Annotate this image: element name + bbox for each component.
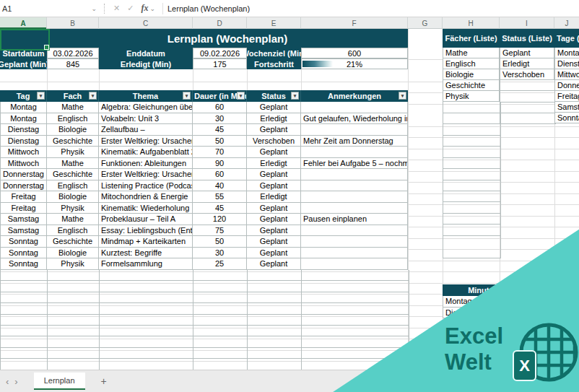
cell[interactable] xyxy=(301,258,408,270)
cell[interactable]: 120 xyxy=(193,214,247,225)
column-header-i[interactable]: I xyxy=(500,17,554,29)
list-item[interactable]: Dienstag xyxy=(554,58,579,69)
value-erledigt[interactable]: 175 xyxy=(193,58,247,69)
cell[interactable]: 45 xyxy=(193,124,247,136)
cell[interactable]: Pausen einplanen xyxy=(301,214,408,225)
cell[interactable]: Algebra: Gleichungen üben xyxy=(99,102,193,113)
filter-icon[interactable]: ▾ xyxy=(291,92,299,100)
cell[interactable]: Geplant xyxy=(247,169,301,180)
cell[interactable]: Erledigt xyxy=(247,191,301,203)
header-anmerkungen[interactable]: Anmerkungen▾ xyxy=(301,90,408,102)
list-item[interactable]: Verschoben xyxy=(500,69,554,80)
column-header-j[interactable]: J xyxy=(554,17,579,29)
list-item[interactable]: Sonntag xyxy=(554,113,579,123)
cell[interactable]: 45 xyxy=(193,203,247,214)
insert-function-icon[interactable]: fx xyxy=(137,3,149,14)
cell[interactable]: Erster Weltkrieg: Ursachen xyxy=(99,169,193,180)
cell[interactable]: Geplant xyxy=(247,147,301,158)
list-item[interactable]: Erledigt xyxy=(500,58,554,69)
cell[interactable]: Mathe xyxy=(47,214,99,225)
cell[interactable]: Dienstag xyxy=(0,124,47,136)
list-item[interactable]: Englisch xyxy=(443,58,500,69)
label-startdatum[interactable]: Startdatum xyxy=(0,48,47,58)
column-header-g[interactable]: G xyxy=(408,17,443,29)
cell[interactable]: Geschichte xyxy=(47,236,99,248)
cell[interactable]: Mitochondrien & Energie xyxy=(99,191,193,203)
column-header-f[interactable]: F xyxy=(301,17,408,29)
status-list-header[interactable]: Status (Liste) xyxy=(500,29,554,48)
cell[interactable]: Kurztest: Begriffe xyxy=(99,248,193,259)
column-header-a[interactable]: A xyxy=(0,17,47,29)
label-erledigt[interactable]: Erledigt (Min) xyxy=(99,58,193,69)
cell[interactable]: Mittwoch xyxy=(0,147,47,158)
cell[interactable]: 25 xyxy=(193,258,247,270)
fx-chevron-icon[interactable]: ⌄ xyxy=(149,5,158,12)
cell[interactable]: Physik xyxy=(47,147,99,158)
cell[interactable]: Mittwoch xyxy=(0,158,47,170)
cell[interactable]: Physik xyxy=(47,258,99,270)
cell[interactable]: Geplant xyxy=(247,248,301,259)
cell[interactable]: Fehler bei Aufgabe 5 – nochmal xyxy=(301,158,408,170)
cell[interactable]: Kinematik: Wiederholung xyxy=(99,203,193,214)
cell[interactable]: Montag xyxy=(0,102,47,113)
header-tag[interactable]: Tag▾ xyxy=(0,90,47,102)
cell[interactable]: Geschichte xyxy=(47,169,99,180)
cell[interactable]: Englisch xyxy=(47,180,99,192)
value-wochenziel[interactable]: 600 xyxy=(301,48,408,58)
empty-table-rows[interactable] xyxy=(0,270,409,370)
cell[interactable]: Freitag xyxy=(0,203,47,214)
list-item[interactable]: Samstag xyxy=(554,102,579,113)
header-fach[interactable]: Fach▾ xyxy=(47,90,99,102)
value-fortschritt[interactable]: 21% xyxy=(301,58,408,69)
cell[interactable] xyxy=(301,203,408,214)
filter-icon[interactable]: ▾ xyxy=(89,92,97,100)
cell[interactable]: Sonntag xyxy=(0,236,47,248)
cell[interactable]: Physik xyxy=(47,203,99,214)
formula-input[interactable]: Lernplan (Wochenplan) xyxy=(167,4,250,13)
column-header-c[interactable]: C xyxy=(99,17,193,29)
accept-icon[interactable]: ✓ xyxy=(123,4,137,13)
cell[interactable]: Probeklausur – Teil A xyxy=(99,214,193,225)
cell[interactable]: Listening Practice (Podcast) xyxy=(99,180,193,192)
cell[interactable]: Geplant xyxy=(247,124,301,136)
cell[interactable] xyxy=(301,147,408,158)
cell[interactable] xyxy=(301,191,408,203)
cell[interactable] xyxy=(301,180,408,192)
cell[interactable]: 30 xyxy=(193,113,247,125)
faecher-list-empty-cells[interactable] xyxy=(443,102,501,258)
cell[interactable]: Sonntag xyxy=(0,258,47,270)
add-sheet-icon[interactable]: + xyxy=(101,375,107,387)
cell[interactable]: Geplant xyxy=(247,225,301,237)
tage-list-header[interactable]: Tage (Liste) xyxy=(554,29,579,48)
cell[interactable]: Funktionen: Ableitungen xyxy=(99,158,193,170)
cell[interactable]: Geplant xyxy=(247,214,301,225)
cell[interactable]: 55 xyxy=(193,191,247,203)
cell[interactable]: Geplant xyxy=(247,203,301,214)
list-item[interactable]: Biologie xyxy=(443,69,500,80)
label-enddatum[interactable]: Enddatum xyxy=(99,48,193,58)
cell[interactable]: 30 xyxy=(193,248,247,259)
faecher-list-header[interactable]: Fächer (Liste) xyxy=(443,29,500,48)
cell[interactable]: Kinematik: Aufgabenblatt 2 xyxy=(99,147,193,158)
filter-icon[interactable]: ▾ xyxy=(399,92,406,100)
cancel-icon[interactable]: ✕ xyxy=(110,4,123,13)
header-dauer[interactable]: Dauer (in Minuten)▾ xyxy=(193,90,247,102)
cell[interactable]: Sonntag xyxy=(0,248,47,259)
list-item[interactable]: Donnerstag xyxy=(554,80,579,91)
cell[interactable]: 40 xyxy=(193,180,247,192)
value-startdatum[interactable]: 03.02.2026 xyxy=(47,48,99,58)
sheet-tab-lernplan[interactable]: Lernplan xyxy=(34,373,85,390)
cell[interactable]: Mathe xyxy=(47,102,99,113)
label-fortschritt[interactable]: Fortschritt xyxy=(247,58,301,69)
cell[interactable]: Erster Weltkrieg: Ursachen xyxy=(99,136,193,147)
cell[interactable]: Donnerstag xyxy=(0,180,47,192)
cell[interactable]: Gut gelaufen, Wiederholung in 2 xyxy=(301,113,408,125)
column-header-e[interactable]: E xyxy=(247,17,301,29)
cell[interactable] xyxy=(301,248,408,259)
column-header-h[interactable]: H xyxy=(443,17,500,29)
cell[interactable]: 60 xyxy=(193,102,247,113)
filter-icon[interactable]: ▾ xyxy=(237,92,245,100)
prev-sheet-icon[interactable]: ‹ xyxy=(0,376,14,387)
cell[interactable] xyxy=(301,225,408,237)
cell[interactable]: Englisch xyxy=(47,113,99,125)
